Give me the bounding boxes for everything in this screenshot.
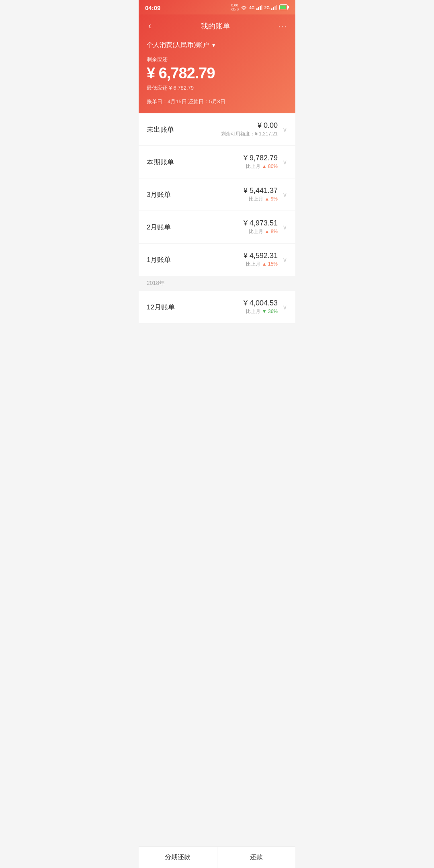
unbilled-right: ¥ 0.00 剩余可用额度：¥ 1,217.21 ∨ (221, 121, 287, 137)
signal-bars-2-icon (271, 4, 278, 11)
svg-rect-4 (271, 8, 272, 10)
network-speed: 0.00 KB/S (231, 4, 239, 12)
status-time: 04:09 (145, 4, 160, 11)
dropdown-arrow-icon: ▼ (211, 43, 216, 48)
min-payment: 最低应还 ¥ 6,782.79 (147, 84, 287, 92)
balance-amount: ¥ 6,782.79 (147, 65, 287, 82)
dec-bill-label: 12月账单 (147, 303, 175, 312)
jan-bill-sub: 比上月 ▲ 15% (244, 261, 278, 268)
feb-bill-amount-info: ¥ 4,973.51 比上月 ▲ 8% (244, 219, 278, 235)
svg-rect-7 (276, 5, 277, 10)
current-bill-percent: ▲ 80% (262, 164, 278, 169)
march-bill-right: ¥ 5,441.37 比上月 ▲ 9% ∨ (244, 186, 287, 203)
jan-bill-item[interactable]: 1月账单 ¥ 4,592.31 比上月 ▲ 15% ∨ (139, 244, 295, 276)
status-bar: 04:09 0.00 KB/S 4G 2G (139, 0, 295, 14)
chevron-down-icon-6: ∨ (283, 303, 287, 311)
battery-icon (279, 4, 289, 11)
dec-bill-amount-info: ¥ 4,004.53 比上月 ▼ 36% (244, 299, 278, 315)
svg-rect-9 (288, 6, 289, 8)
march-bill-label: 3月账单 (147, 190, 171, 199)
current-bill-right: ¥ 9,782.79 比上月 ▲ 80% ∨ (244, 154, 287, 170)
svg-rect-5 (273, 7, 274, 10)
feb-bill-amount: ¥ 4,973.51 (244, 219, 278, 227)
back-button[interactable]: ‹ (147, 19, 153, 33)
svg-rect-10 (280, 6, 286, 9)
march-bill-sub: 比上月 ▲ 9% (244, 196, 278, 203)
svg-rect-0 (256, 8, 258, 10)
chevron-down-icon-3: ∨ (283, 191, 287, 199)
feb-bill-right: ¥ 4,973.51 比上月 ▲ 8% ∨ (244, 219, 287, 235)
account-selector[interactable]: 个人消费(人民币)账户 ▼ (147, 41, 287, 49)
current-bill-label: 本期账单 (147, 158, 174, 167)
chevron-down-icon-5: ∨ (283, 256, 287, 264)
signal-2g-icon: 2G (264, 6, 270, 10)
header-section: ‹ 我的账单 ··· 个人消费(人民币)账户 ▼ 剩余应还 ¥ 6,782.79… (139, 14, 295, 113)
svg-rect-6 (274, 6, 276, 10)
feb-bill-sub: 比上月 ▲ 8% (244, 228, 278, 235)
feb-bill-percent: ▲ 8% (264, 229, 278, 234)
dec-bill-list: 12月账单 ¥ 4,004.53 比上月 ▼ 36% ∨ (139, 291, 295, 323)
current-bill-sub: 比上月 ▲ 80% (244, 163, 278, 170)
jan-bill-right: ¥ 4,592.31 比上月 ▲ 15% ∨ (244, 252, 287, 268)
svg-rect-3 (261, 5, 262, 10)
jan-bill-amount: ¥ 4,592.31 (244, 252, 278, 260)
bill-list: 未出账单 ¥ 0.00 剩余可用额度：¥ 1,217.21 ∨ 本期账单 ¥ 9… (139, 113, 295, 276)
page-title: 我的账单 (201, 21, 230, 31)
dec-bill-sub: 比上月 ▼ 36% (244, 308, 278, 315)
svg-rect-1 (258, 7, 259, 10)
feb-bill-label: 2月账单 (147, 223, 171, 232)
chevron-down-icon-4: ∨ (283, 223, 287, 231)
jan-bill-amount-info: ¥ 4,592.31 比上月 ▲ 15% (244, 252, 278, 268)
signal-4g-icon: 4G (249, 6, 254, 10)
dec-bill-item[interactable]: 12月账单 ¥ 4,004.53 比上月 ▼ 36% ∨ (139, 291, 295, 323)
year-divider: 2018年 (139, 276, 295, 291)
unbilled-sub: 剩余可用额度：¥ 1,217.21 (221, 131, 278, 137)
unbilled-amount: ¥ 0.00 (221, 121, 278, 130)
unbilled-amount-info: ¥ 0.00 剩余可用额度：¥ 1,217.21 (221, 121, 278, 137)
balance-section: 剩余应还 ¥ 6,782.79 最低应还 ¥ 6,782.79 (147, 56, 287, 92)
march-bill-amount: ¥ 5,441.37 (244, 186, 278, 195)
signal-bars-icon (256, 4, 263, 11)
svg-rect-2 (260, 6, 261, 10)
account-label: 个人消费(人民币)账户 (147, 41, 209, 49)
year-label: 2018年 (147, 280, 165, 286)
chevron-down-icon: ∨ (283, 126, 287, 133)
chevron-down-icon-2: ∨ (283, 158, 287, 166)
nav-bar: ‹ 我的账单 ··· (147, 19, 287, 33)
feb-bill-item[interactable]: 2月账单 ¥ 4,973.51 比上月 ▲ 8% ∨ (139, 211, 295, 244)
dec-bill-percent: ▼ 36% (262, 309, 278, 314)
current-bill-amount-info: ¥ 9,782.79 比上月 ▲ 80% (244, 154, 278, 170)
current-bill-item[interactable]: 本期账单 ¥ 9,782.79 比上月 ▲ 80% ∨ (139, 146, 295, 178)
dec-bill-right: ¥ 4,004.53 比上月 ▼ 36% ∨ (244, 299, 287, 315)
march-bill-item[interactable]: 3月账单 ¥ 5,441.37 比上月 ▲ 9% ∨ (139, 178, 295, 211)
march-bill-percent: ▲ 9% (264, 196, 278, 202)
unbilled-label: 未出账单 (147, 125, 174, 134)
current-bill-amount: ¥ 9,782.79 (244, 154, 278, 162)
jan-bill-percent: ▲ 15% (262, 261, 278, 267)
unbilled-item[interactable]: 未出账单 ¥ 0.00 剩余可用额度：¥ 1,217.21 ∨ (139, 113, 295, 146)
jan-bill-label: 1月账单 (147, 255, 171, 264)
balance-hint: 剩余应还 (147, 56, 287, 63)
wifi-icon (240, 4, 248, 11)
march-bill-amount-info: ¥ 5,441.37 比上月 ▲ 9% (244, 186, 278, 203)
bill-dates: 账单日：4月15日 还款日：5月3日 (147, 98, 287, 105)
status-icons: 0.00 KB/S 4G 2G (231, 4, 289, 12)
dec-bill-amount: ¥ 4,004.53 (244, 299, 278, 307)
more-button[interactable]: ··· (278, 22, 287, 31)
